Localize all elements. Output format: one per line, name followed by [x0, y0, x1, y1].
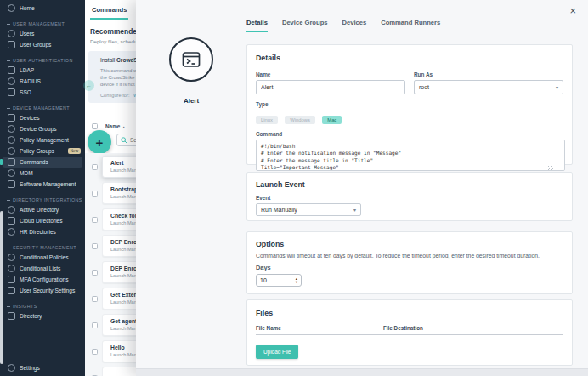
app-window: Home USER MANAGEMENT Users User Groups U… — [0, 0, 588, 376]
tab-device-groups[interactable]: Device Groups — [282, 19, 328, 32]
type-option-windows[interactable]: Windows — [285, 116, 315, 124]
row-checkbox[interactable] — [92, 322, 98, 328]
files-table-header: File Name File Destination — [256, 325, 563, 335]
user-group-icon — [8, 41, 15, 48]
row-checkbox[interactable] — [92, 270, 98, 276]
name-field-label: Name — [256, 71, 405, 77]
row-checkbox[interactable] — [92, 243, 98, 249]
event-label: Event — [256, 195, 563, 201]
sort-asc-icon: ▲ — [122, 125, 125, 129]
sidebar-item-conditional-policies[interactable]: Conditional Policies — [0, 252, 85, 263]
sidebar-item-directory[interactable]: Directory — [0, 310, 85, 322]
file-destination-column-header: File Destination — [383, 325, 423, 331]
row-checkbox[interactable] — [92, 217, 98, 223]
tab-devices[interactable]: Devices — [342, 19, 367, 32]
tab-commands[interactable]: Commands — [90, 6, 128, 20]
options-description: Commands will timeout at ten days by def… — [256, 253, 563, 259]
home-icon — [8, 4, 15, 12]
days-label: Days — [256, 264, 563, 271]
policy-management-icon — [8, 136, 15, 144]
number-spinner-icon[interactable]: ▴▾ — [296, 277, 297, 283]
search-icon — [121, 137, 127, 144]
tab-command-runners[interactable]: Command Runners — [381, 19, 440, 32]
sidebar-item-mfa-configurations[interactable]: MFA Configurations — [0, 274, 85, 285]
cloud-directories-icon — [8, 217, 15, 225]
sidebar-item-home[interactable]: Home — [0, 3, 85, 14]
sso-icon — [8, 88, 15, 96]
tab-details[interactable]: Details — [246, 19, 268, 32]
row-checkbox[interactable] — [92, 296, 98, 302]
command-textarea[interactable]: #!/bin/bash # Enter the notification mes… — [256, 140, 565, 171]
sidebar-item-hr-directories[interactable]: HR Directories — [0, 226, 85, 237]
sidebar-section-user-authentication: USER AUTHENTICATION — [7, 58, 85, 63]
sidebar-item-policy-management[interactable]: Policy Management — [0, 134, 85, 145]
command-label: Command — [256, 131, 563, 137]
sidebar-item-user-groups[interactable]: User Groups — [0, 39, 85, 50]
files-heading: Files — [256, 309, 572, 317]
sidebar-item-mdm[interactable]: MDM — [0, 168, 85, 179]
new-badge: New — [68, 148, 81, 154]
details-card: Details Name Run As root ▾ Type Linux Wi… — [246, 44, 573, 165]
detail-tab-bar: Details Device Groups Devices Command Ru… — [246, 19, 440, 32]
terminal-icon — [169, 37, 213, 82]
conditional-policies-icon — [8, 254, 15, 261]
row-checkbox[interactable] — [92, 191, 98, 197]
user-security-settings-icon — [8, 287, 15, 294]
sidebar-item-device-groups[interactable]: Device Groups — [0, 123, 85, 134]
plus-icon: + — [96, 135, 104, 150]
launch-event-card: Launch Event Event Run Manually ▾ — [246, 172, 573, 221]
commands-icon — [8, 158, 15, 166]
resize-handle-icon[interactable] — [548, 166, 553, 171]
select-all-checkbox[interactable] — [92, 123, 98, 129]
sidebar-item-software-management[interactable]: Software Management — [0, 179, 85, 190]
sidebar-item-radius[interactable]: RADIUS — [0, 76, 85, 87]
sidebar-scrollbar[interactable] — [0, 211, 3, 364]
event-select[interactable]: Run Manually ▾ — [256, 203, 361, 216]
active-directory-icon — [8, 206, 15, 214]
sidebar: Home USER MANAGEMENT Users User Groups U… — [0, 0, 85, 376]
chevron-down-icon: ▾ — [353, 207, 356, 213]
upload-file-button[interactable]: Upload File — [256, 345, 298, 359]
options-card: Options Commands will timeout at ten day… — [246, 231, 573, 294]
sidebar-section-device-management: DEVICE MANAGEMENT — [7, 105, 85, 111]
name-field[interactable] — [256, 80, 405, 94]
options-heading: Options — [256, 240, 572, 248]
row-checkbox[interactable] — [92, 164, 98, 170]
days-input[interactable]: 10 ▴▾ — [256, 274, 302, 287]
carousel-prev-button[interactable]: ← — [83, 80, 94, 91]
run-as-label: Run As — [414, 71, 563, 77]
device-group-icon — [8, 125, 15, 133]
sidebar-item-active-directory[interactable]: Active Directory — [0, 204, 85, 215]
close-icon[interactable]: × — [569, 4, 576, 17]
sidebar-item-settings[interactable]: Settings — [0, 362, 85, 373]
ldap-icon — [8, 66, 15, 74]
arrow-left-icon: ← — [86, 83, 92, 88]
sidebar-item-ldap[interactable]: LDAP — [0, 65, 85, 76]
sidebar-item-sso[interactable]: SSO — [0, 87, 85, 98]
user-icon — [8, 30, 15, 37]
run-as-select[interactable]: root ▾ — [414, 80, 563, 94]
radius-icon — [8, 77, 15, 85]
sidebar-item-conditional-lists[interactable]: Conditional Lists — [0, 263, 85, 274]
sidebar-item-policy-groups[interactable]: Policy Groups New — [0, 145, 85, 157]
sidebar-item-commands[interactable]: Commands — [3, 157, 82, 168]
device-icon — [8, 114, 15, 122]
sidebar-item-devices[interactable]: Devices — [0, 112, 85, 123]
software-management-icon — [8, 180, 15, 188]
sidebar-item-user-security-settings[interactable]: User Security Settings — [0, 285, 85, 296]
mdm-icon — [8, 169, 15, 177]
launch-event-heading: Launch Event — [256, 180, 572, 189]
file-name-column-header: File Name — [256, 325, 383, 331]
sidebar-section-user-management: USER MANAGEMENT — [7, 21, 85, 26]
type-option-linux[interactable]: Linux — [256, 116, 278, 124]
command-name-label: Alert — [136, 97, 246, 105]
row-checkbox[interactable] — [92, 349, 98, 355]
add-command-button[interactable]: + — [88, 130, 111, 154]
name-column-header[interactable]: Name▲ — [105, 123, 126, 129]
type-option-mac[interactable]: Mac — [322, 116, 342, 124]
mfa-configurations-icon — [8, 276, 15, 283]
files-card: Files File Name File Destination Upload … — [246, 299, 573, 366]
panel-footer-strip — [136, 368, 588, 376]
sidebar-item-users[interactable]: Users — [0, 28, 85, 39]
sidebar-item-cloud-directories[interactable]: Cloud Directories — [0, 215, 85, 226]
